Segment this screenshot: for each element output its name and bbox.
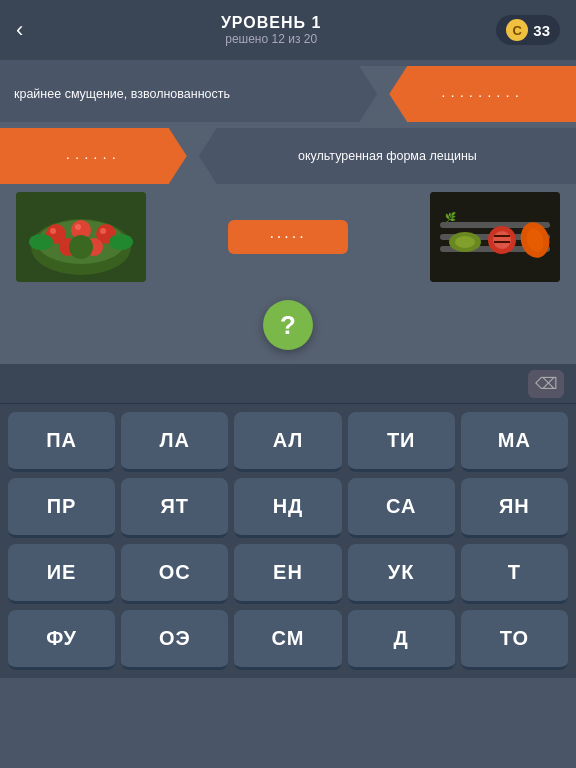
letter-cell-6[interactable]: ЯТ (121, 478, 228, 538)
letter-cell-14[interactable]: Т (461, 544, 568, 604)
letter-cell-7[interactable]: НД (234, 478, 341, 538)
puzzle-section: крайнее смущение, взволнованность ······… (0, 66, 576, 364)
question-area: ? (0, 290, 576, 364)
coin-icon: C (506, 19, 528, 41)
letter-cell-2[interactable]: АЛ (234, 412, 341, 472)
grilled-image: 🌿 (430, 192, 560, 282)
back-button[interactable]: ‹ (16, 17, 46, 43)
letter-cell-16[interactable]: ОЭ (121, 610, 228, 670)
svg-text:🌿: 🌿 (445, 211, 457, 223)
level-title: УРОВЕНЬ 1 (46, 14, 496, 32)
letter-cell-5[interactable]: ПР (8, 478, 115, 538)
row1-answer[interactable]: ········· (389, 66, 576, 122)
delete-button[interactable]: ⌫ (528, 370, 564, 398)
header: ‹ УРОВЕНЬ 1 решено 12 из 20 C 33 (0, 0, 576, 60)
letter-cell-10[interactable]: ИЕ (8, 544, 115, 604)
progress-label: решено 12 из 20 (46, 32, 496, 46)
coins-badge: C 33 (496, 15, 560, 45)
row2-clue: окультуренная форма лещины (298, 149, 477, 163)
letter-cell-15[interactable]: ФУ (8, 610, 115, 670)
puzzle-row-1: крайнее смущение, взволнованность ······… (0, 66, 576, 122)
coins-count: 33 (533, 22, 550, 39)
svg-point-13 (100, 228, 106, 234)
letter-cell-13[interactable]: УК (348, 544, 455, 604)
svg-point-9 (109, 234, 133, 250)
salad-image (16, 192, 146, 282)
letter-cell-1[interactable]: ЛА (121, 412, 228, 472)
hint-button[interactable]: ? (263, 300, 313, 350)
center-answer[interactable]: ····· (154, 220, 422, 254)
letter-cell-12[interactable]: ЕН (234, 544, 341, 604)
letter-cell-19[interactable]: ТО (461, 610, 568, 670)
puzzle-row-2: ······ окультуренная форма лещины (0, 128, 576, 184)
image-row: ····· 🌿 (0, 184, 576, 290)
center-dots: ····· (228, 220, 348, 254)
letter-grid: ПАЛААЛТИМАПРЯТНДСАЯНИЕОСЕНУКТФУОЭСМДТО (0, 404, 576, 678)
row2-clue-container: окультуренная форма лещины (199, 128, 576, 184)
row2-dots: ······ (66, 148, 121, 165)
answer-bar: ⌫ (0, 364, 576, 404)
letter-cell-17[interactable]: СМ (234, 610, 341, 670)
svg-point-8 (29, 234, 53, 250)
svg-point-21 (493, 231, 511, 249)
letter-cell-18[interactable]: Д (348, 610, 455, 670)
letter-cell-3[interactable]: ТИ (348, 412, 455, 472)
letter-cell-11[interactable]: ОС (121, 544, 228, 604)
letter-cell-0[interactable]: ПА (8, 412, 115, 472)
row1-left: крайнее смущение, взволнованность (0, 66, 377, 122)
letter-cell-8[interactable]: СА (348, 478, 455, 538)
row1-dots: ········· (441, 86, 524, 103)
svg-point-11 (50, 228, 56, 234)
header-center: УРОВЕНЬ 1 решено 12 из 20 (46, 14, 496, 46)
svg-point-19 (455, 236, 475, 248)
row2-answer[interactable]: ······ (0, 128, 187, 184)
letter-cell-4[interactable]: МА (461, 412, 568, 472)
svg-point-12 (75, 224, 81, 230)
svg-point-10 (69, 235, 93, 259)
row1-clue: крайнее смущение, взволнованность (14, 87, 230, 101)
letter-cell-9[interactable]: ЯН (461, 478, 568, 538)
